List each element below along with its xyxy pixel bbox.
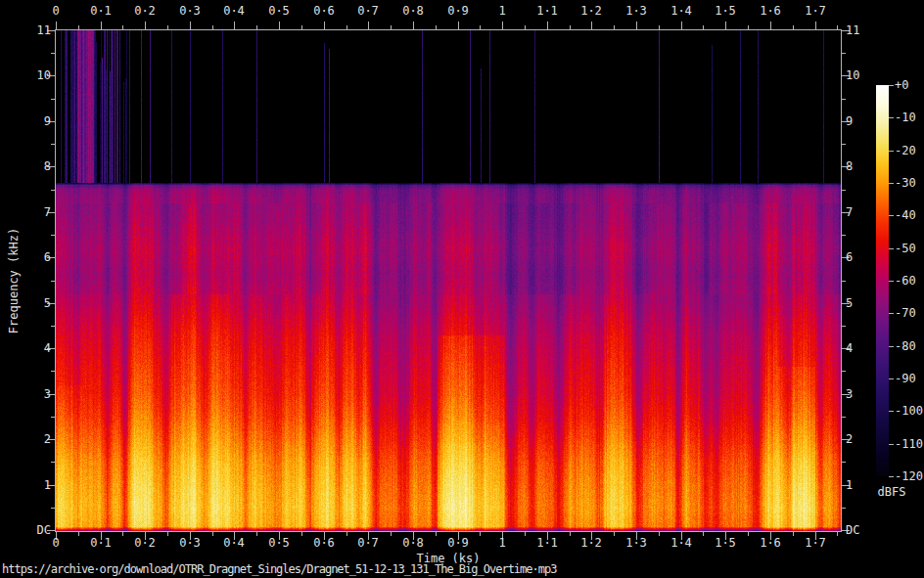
time-tick-minor-bottom	[570, 532, 571, 536]
colorbar-tick-label: -90	[895, 371, 916, 386]
time-tick-minor-top	[301, 25, 302, 29]
freq-tick-minor-right	[842, 508, 846, 509]
freq-tick-minor-right	[842, 235, 846, 236]
time-tick-minor-bottom	[212, 532, 213, 536]
time-tick-label-bottom: 0·4	[213, 535, 254, 551]
freq-tick-minor-left	[51, 281, 55, 282]
time-tick-minor-bottom	[659, 532, 660, 536]
freq-tick-minor-right	[842, 462, 846, 463]
freq-tick-label-left: 6	[0, 249, 51, 265]
colorbar-tick-label: -60	[895, 273, 916, 289]
colorbar-tick	[889, 346, 894, 347]
colorbar-tick-label: -30	[895, 175, 916, 191]
time-tick-label-bottom: 1·2	[571, 535, 612, 551]
time-tick-label-bottom: 1·1	[527, 535, 568, 551]
time-tick-minor-top	[436, 25, 437, 29]
colorbar-tick	[889, 476, 894, 477]
time-tick-label-bottom: 0·6	[303, 535, 345, 551]
time-tick-label-bottom: 0·9	[438, 535, 479, 551]
time-tick-label-top: 1·6	[750, 3, 791, 19]
freq-tick-minor-left	[51, 235, 55, 236]
freq-tick-label-right: DC	[846, 522, 859, 538]
freq-tick-minor-left	[51, 99, 55, 100]
time-tick-label-top: 0·5	[258, 3, 300, 19]
time-tick-minor-top	[167, 25, 168, 29]
time-tick-minor-bottom	[78, 532, 79, 536]
freq-tick-label-right: 4	[846, 340, 853, 356]
colorbar-tick-label: -80	[895, 338, 916, 354]
time-tick-minor-bottom	[837, 532, 838, 536]
time-tick-minor-top	[256, 25, 257, 29]
time-tick-minor-bottom	[346, 532, 347, 536]
time-tick-minor-top	[703, 25, 704, 29]
freq-tick-minor-left	[51, 417, 55, 418]
time-tick-major-top	[681, 22, 682, 29]
time-tick-minor-bottom	[436, 532, 437, 536]
time-tick-label-bottom: 1·5	[705, 535, 746, 551]
time-tick-major-top	[279, 22, 280, 29]
time-tick-minor-top	[748, 25, 749, 29]
time-tick-minor-top	[122, 25, 123, 29]
time-tick-label-top: 1·4	[661, 3, 702, 19]
freq-tick-label-left: 8	[0, 158, 51, 174]
colorbar-tick	[889, 183, 894, 184]
time-tick-label-top: 0·7	[347, 3, 389, 19]
time-tick-minor-bottom	[703, 532, 704, 536]
colorbar-tick-label: -70	[895, 305, 916, 321]
time-tick-label-top: 1·5	[705, 3, 746, 19]
freq-tick-minor-right	[842, 326, 846, 327]
colorbar-tick-label: +0	[895, 77, 908, 93]
time-tick-minor-top	[793, 25, 794, 29]
time-tick-label-bottom: 0·7	[347, 535, 389, 551]
freq-tick-minor-left	[51, 326, 55, 327]
time-tick-label-top: 1·7	[795, 3, 836, 19]
time-tick-minor-bottom	[301, 532, 302, 536]
colorbar-tick	[889, 117, 894, 118]
time-tick-label-top: 0·4	[213, 3, 254, 19]
time-tick-minor-top	[570, 25, 571, 29]
freq-tick-label-left: 3	[0, 386, 51, 402]
time-tick-minor-top	[480, 25, 481, 29]
freq-tick-label-right: 3	[846, 386, 853, 402]
freq-tick-label-left: 1	[0, 477, 51, 493]
freq-tick-minor-right	[842, 371, 846, 372]
time-tick-major-top	[190, 22, 191, 29]
freq-tick-label-right: 5	[846, 295, 853, 311]
freq-tick-label-left: 11	[0, 22, 51, 38]
time-tick-label-top: 0·2	[124, 3, 165, 19]
time-tick-label-top: 0·9	[438, 3, 479, 19]
time-tick-major-top	[725, 22, 726, 29]
freq-tick-label-left: 5	[0, 295, 51, 311]
time-tick-major-top	[636, 22, 637, 29]
colorbar-tick	[889, 313, 894, 314]
time-tick-minor-top	[614, 25, 615, 29]
colorbar-tick	[889, 411, 894, 412]
time-tick-label-bottom: 1·6	[750, 535, 791, 551]
freq-tick-minor-right	[842, 144, 846, 145]
freq-tick-minor-right	[842, 53, 846, 54]
time-tick-major-top	[368, 22, 369, 29]
time-tick-label-bottom: 1·4	[661, 535, 702, 551]
freq-tick-label-left: 9	[0, 113, 51, 129]
freq-tick-minor-right	[842, 99, 846, 100]
time-tick-minor-bottom	[614, 532, 615, 536]
time-tick-minor-bottom	[793, 532, 794, 536]
freq-tick-minor-left	[51, 190, 55, 191]
time-tick-label-top: 0·1	[80, 3, 121, 19]
time-tick-minor-top	[346, 25, 347, 29]
freq-tick-label-right: 6	[846, 249, 853, 265]
colorbar-tick-label: -40	[895, 207, 916, 223]
freq-tick-minor-right	[842, 281, 846, 282]
time-tick-minor-top	[78, 25, 79, 29]
time-tick-minor-top	[837, 25, 838, 29]
freq-tick-minor-right	[842, 417, 846, 418]
time-tick-major-top	[101, 22, 102, 29]
time-tick-label-top: 1·3	[616, 3, 657, 19]
time-tick-label-bottom: 0·5	[258, 535, 300, 551]
time-tick-label-top: 0·3	[169, 3, 210, 19]
time-tick-minor-top	[525, 25, 526, 29]
freq-tick-label-right: 9	[846, 113, 853, 129]
time-tick-minor-bottom	[525, 532, 526, 536]
time-tick-label-bottom: 0·3	[169, 535, 210, 551]
colorbar-title: dBFS	[864, 485, 919, 499]
